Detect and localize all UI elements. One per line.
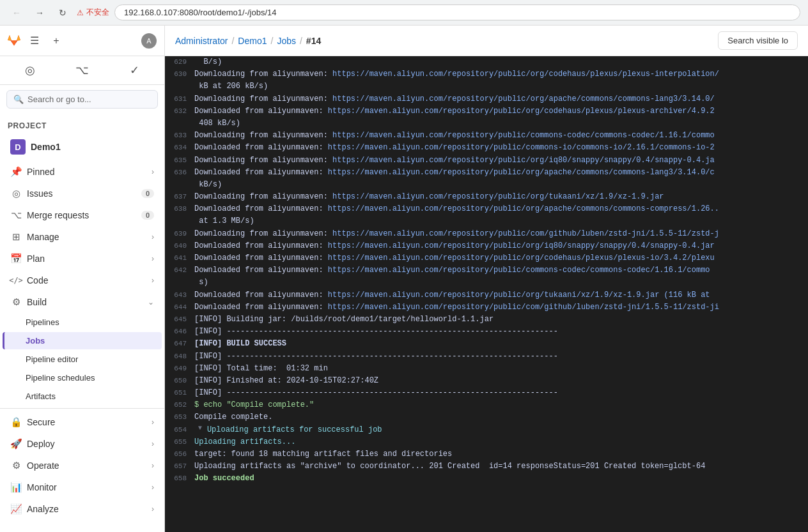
- top-header: Administrator / Demo1 / Jobs / #14 Searc…: [165, 26, 808, 56]
- log-line: 651[INFO] ------------------------------…: [165, 387, 808, 399]
- user-avatar-button[interactable]: A: [139, 31, 159, 51]
- job-log[interactable]: 629 B/s)630Downloading from aliyunmaven:…: [165, 56, 808, 532]
- sidebar-sub-item-jobs[interactable]: Jobs: [3, 332, 162, 349]
- line-number: [167, 277, 194, 277]
- line-content: [INFO] Finished at: 2024-10-15T02:27:40Z: [194, 375, 378, 387]
- sidebar-item-analyze[interactable]: 📈 Analyze ›: [3, 499, 162, 519]
- tab-merge-icon[interactable]: ⌥: [58, 60, 107, 80]
- deploy-label: Deploy: [27, 439, 146, 449]
- toggle-sidebar-button[interactable]: ☰: [24, 31, 45, 51]
- line-content: B/s): [194, 56, 222, 68]
- log-line: 634Downloaded from aliyunmaven: https://…: [165, 142, 808, 154]
- log-line: 657Uploading artifacts as "archive" to c…: [165, 460, 808, 473]
- manage-chevron-icon: ›: [152, 232, 154, 241]
- log-line: 646[INFO] ------------------------------…: [165, 326, 808, 338]
- address-bar[interactable]: [114, 4, 800, 20]
- issues-label: Issues: [27, 188, 136, 199]
- breadcrumb-jobs[interactable]: Jobs: [277, 36, 296, 46]
- sidebar-item-deploy[interactable]: 🚀 Deploy ›: [3, 434, 162, 454]
- line-number: 656: [167, 448, 194, 460]
- gitlab-logo[interactable]: [5, 31, 23, 49]
- merge-badge: 0: [141, 211, 154, 220]
- line-number: 632: [167, 105, 194, 118]
- line-number: 633: [167, 130, 194, 142]
- log-line: 638Downloaded from aliyunmaven: https://…: [165, 203, 808, 215]
- line-number: 635: [167, 155, 194, 167]
- search-visible-label: Search visible lo: [727, 36, 788, 45]
- app-layout: ☰ + A ◎ ⌥ ✓ 🔍 Search or go to... Project…: [0, 26, 808, 532]
- log-line: 656target: found 18 matching artifact fi…: [165, 448, 808, 460]
- log-line: 641Downloaded from aliyunmaven: https://…: [165, 252, 808, 264]
- log-line: at 1.3 MB/s): [165, 215, 808, 227]
- line-content: Downloading from aliyunmaven: https://ma…: [194, 68, 719, 80]
- line-number: 639: [167, 228, 194, 240]
- refresh-button[interactable]: ↻: [54, 4, 72, 22]
- log-link[interactable]: https://maven.aliyun.com/repository/publ…: [328, 254, 715, 262]
- log-link[interactable]: https://maven.aliyun.com/repository/publ…: [332, 229, 719, 238]
- operate-icon: ⚙: [10, 460, 22, 471]
- sidebar-sub-item-pipelines[interactable]: Pipelines: [3, 314, 162, 331]
- pinned-label: Pinned: [27, 167, 146, 177]
- jobs-label: Jobs: [26, 336, 45, 346]
- sidebar-item-merge-requests[interactable]: ⌥ Merge requests 0: [3, 205, 162, 225]
- sidebar-sub-item-pipeline-schedules[interactable]: Pipeline schedules: [3, 369, 162, 386]
- log-line: s): [165, 277, 808, 289]
- log-link[interactable]: https://maven.aliyun.com/repository/publ…: [328, 241, 715, 250]
- line-content: Uploading artifacts for successful job: [207, 424, 382, 436]
- sidebar-item-secure[interactable]: 🔒 Secure ›: [3, 412, 162, 432]
- line-content: Downloading from aliyunmaven: https://ma…: [194, 191, 664, 203]
- back-button[interactable]: ←: [8, 4, 26, 22]
- sidebar-item-issues[interactable]: ◎ Issues 0: [3, 183, 162, 204]
- sidebar-sub-item-artifacts[interactable]: Artifacts: [3, 388, 162, 405]
- line-number: 653: [167, 411, 194, 423]
- line-content: Downloaded from aliyunmaven: https://mav…: [194, 105, 715, 118]
- monitor-label: Monitor: [27, 482, 146, 492]
- log-link[interactable]: https://maven.aliyun.com/repository/publ…: [332, 95, 715, 103]
- log-link[interactable]: https://maven.aliyun.com/repository/publ…: [332, 131, 715, 140]
- sidebar-item-code[interactable]: </> Code ›: [3, 270, 162, 291]
- log-link[interactable]: https://maven.aliyun.com/repository/publ…: [328, 291, 710, 300]
- breadcrumb-sep-1: /: [231, 36, 234, 46]
- sidebar-item-operate[interactable]: ⚙ Operate ›: [3, 455, 162, 476]
- main-content: Administrator / Demo1 / Jobs / #14 Searc…: [165, 26, 808, 532]
- sidebar-item-plan[interactable]: 📅 Plan ›: [3, 248, 162, 269]
- tab-issues-icon[interactable]: ◎: [5, 60, 55, 80]
- log-link[interactable]: https://maven.aliyun.com/repository/publ…: [328, 266, 710, 275]
- secure-icon: 🔒: [10, 416, 22, 428]
- log-line: 647[INFO] BUILD SUCCESS: [165, 338, 808, 350]
- tab-todo-icon[interactable]: ✓: [109, 60, 159, 80]
- log-line: 630Downloading from aliyunmaven: https:/…: [165, 68, 808, 80]
- collapse-button[interactable]: ▼: [194, 424, 206, 431]
- breadcrumb-administrator[interactable]: Administrator: [175, 36, 228, 46]
- sidebar-sub-item-pipeline-editor[interactable]: Pipeline editor: [3, 351, 162, 368]
- line-number: 634: [167, 142, 194, 154]
- log-link[interactable]: https://maven.aliyun.com/repository/publ…: [328, 107, 715, 116]
- log-link[interactable]: https://maven.aliyun.com/repository/publ…: [328, 143, 715, 152]
- code-chevron-icon: ›: [152, 276, 154, 285]
- log-line: kB/s): [165, 179, 808, 191]
- search-bar[interactable]: 🔍 Search or go to...: [6, 90, 158, 109]
- log-link[interactable]: https://maven.aliyun.com/repository/publ…: [328, 204, 719, 213]
- forward-button[interactable]: →: [31, 4, 49, 22]
- line-number: [167, 80, 194, 81]
- new-item-button[interactable]: +: [46, 31, 66, 51]
- log-link[interactable]: https://maven.aliyun.com/repository/publ…: [328, 303, 719, 312]
- sidebar-item-pinned[interactable]: 📌 Pinned ›: [3, 162, 162, 182]
- line-content: [INFO] Total time: 01:32 min: [194, 363, 328, 375]
- project-header[interactable]: D Demo1: [3, 134, 162, 160]
- log-line: 653Compile complete.: [165, 411, 808, 423]
- line-number: 651: [167, 387, 194, 399]
- sidebar-item-manage[interactable]: ⊞ Manage ›: [3, 227, 162, 247]
- breadcrumb-demo1[interactable]: Demo1: [238, 36, 267, 46]
- sidebar-item-build[interactable]: ⚙ Build ⌄: [3, 292, 162, 312]
- sidebar-divider: [0, 408, 164, 409]
- line-number: 652: [167, 399, 194, 411]
- sidebar-item-monitor[interactable]: 📊 Monitor ›: [3, 477, 162, 498]
- search-visible-button[interactable]: Search visible lo: [718, 31, 798, 50]
- log-link[interactable]: https://maven.aliyun.com/repository/publ…: [332, 70, 719, 79]
- log-link[interactable]: https://maven.aliyun.com/repository/publ…: [328, 168, 715, 177]
- code-label: Code: [27, 275, 146, 285]
- log-link[interactable]: https://maven.aliyun.com/repository/publ…: [332, 156, 715, 165]
- log-link[interactable]: https://maven.aliyun.com/repository/publ…: [332, 192, 664, 201]
- log-line: 637Downloading from aliyunmaven: https:/…: [165, 191, 808, 203]
